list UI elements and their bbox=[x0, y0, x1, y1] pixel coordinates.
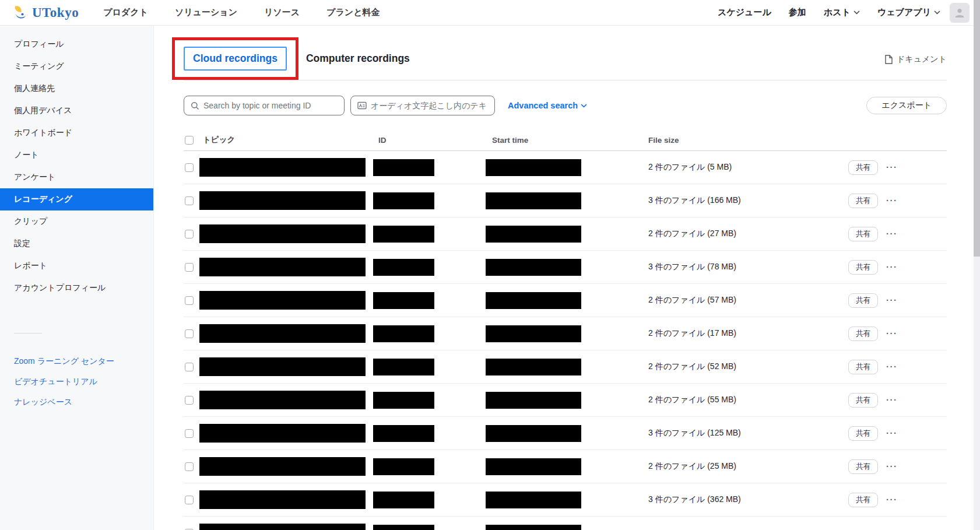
topnav-item[interactable]: スケジュール bbox=[718, 7, 771, 18]
redacted-start-time bbox=[486, 292, 581, 309]
more-options-button[interactable]: ··· bbox=[886, 164, 898, 170]
scrollbar-thumb[interactable] bbox=[974, 0, 980, 257]
topnav-item[interactable]: ウェブアプリ bbox=[877, 7, 940, 18]
redacted-start-time bbox=[486, 392, 581, 409]
sidebar-item[interactable]: クリップ bbox=[0, 210, 153, 233]
more-options-button[interactable]: ··· bbox=[886, 430, 898, 436]
file-size: 2 件のファイル (52 MB) bbox=[648, 361, 840, 372]
sidebar-item[interactable]: プロフィール bbox=[0, 33, 153, 55]
row-actions: 共有··· bbox=[840, 260, 947, 275]
share-button[interactable]: 共有 bbox=[848, 493, 878, 507]
document-link[interactable]: ドキュメント bbox=[885, 54, 947, 65]
more-options-button[interactable]: ··· bbox=[886, 464, 898, 469]
file-size: 2 件のファイル (25 MB) bbox=[648, 461, 840, 472]
topic-cell bbox=[199, 291, 373, 310]
redacted-start-time bbox=[486, 359, 581, 375]
share-button[interactable]: 共有 bbox=[848, 393, 878, 408]
advanced-search-link[interactable]: Advanced search bbox=[508, 101, 587, 110]
more-options-button[interactable]: ··· bbox=[886, 331, 898, 336]
tabs-divider bbox=[184, 80, 947, 80]
row-checkbox[interactable] bbox=[185, 263, 194, 272]
share-button[interactable]: 共有 bbox=[848, 194, 878, 208]
topic-search-input[interactable] bbox=[203, 101, 335, 110]
utokyo-logo[interactable]: UTokyo bbox=[13, 5, 79, 20]
transcript-search-input[interactable] bbox=[371, 101, 486, 110]
share-button[interactable]: 共有 bbox=[848, 360, 878, 374]
share-button[interactable]: 共有 bbox=[848, 327, 878, 341]
redacted-start-time bbox=[486, 458, 581, 475]
row-checkbox[interactable] bbox=[185, 296, 194, 305]
user-avatar[interactable] bbox=[950, 3, 970, 23]
tab-cloud-recordings[interactable]: Cloud recordings bbox=[184, 47, 287, 71]
sidebar-item[interactable]: 個人用デバイス bbox=[0, 100, 153, 122]
table-header-row: トピック ID Start time File size bbox=[184, 129, 947, 151]
topic-cell bbox=[199, 391, 373, 409]
sidebar-item[interactable]: アカウントプロフィール bbox=[0, 277, 153, 299]
more-options-button[interactable]: ··· bbox=[886, 364, 898, 370]
sidebar-link[interactable]: ナレッジベース bbox=[0, 392, 153, 412]
topnav-item[interactable]: プランと料金 bbox=[326, 7, 380, 18]
redacted-topic bbox=[199, 424, 366, 443]
share-button[interactable]: 共有 bbox=[848, 160, 878, 175]
select-all-checkbox[interactable] bbox=[185, 136, 194, 145]
row-checkbox[interactable] bbox=[185, 462, 194, 471]
redacted-topic bbox=[199, 158, 366, 177]
sidebar-item[interactable]: レポート bbox=[0, 255, 153, 277]
more-options-button[interactable]: ··· bbox=[886, 264, 898, 270]
row-actions: 共有··· bbox=[840, 160, 947, 175]
row-checkbox[interactable] bbox=[185, 396, 194, 405]
more-options-button[interactable]: ··· bbox=[886, 198, 898, 203]
more-options-button[interactable]: ··· bbox=[886, 231, 898, 237]
redacted-topic bbox=[199, 524, 366, 530]
redacted-topic bbox=[199, 291, 366, 310]
sidebar-item[interactable]: 設定 bbox=[0, 233, 153, 255]
redacted-meeting-id bbox=[373, 458, 434, 475]
more-options-button[interactable]: ··· bbox=[886, 297, 898, 303]
row-checkbox[interactable] bbox=[185, 329, 194, 338]
share-button[interactable]: 共有 bbox=[848, 260, 878, 275]
sidebar-item[interactable]: アンケート bbox=[0, 166, 153, 188]
sidebar-link[interactable]: Zoom ラーニング センター bbox=[0, 351, 153, 371]
redacted-start-time bbox=[486, 525, 581, 530]
sidebar-item[interactable]: レコーディング bbox=[0, 188, 153, 210]
sidebar-item[interactable]: ノート bbox=[0, 144, 153, 166]
scrollbar-track[interactable] bbox=[974, 0, 980, 530]
row-checkbox[interactable] bbox=[185, 429, 194, 438]
share-button[interactable]: 共有 bbox=[848, 459, 878, 474]
sidebar-item[interactable]: ホワイトボード bbox=[0, 122, 153, 144]
more-options-button[interactable]: ··· bbox=[886, 397, 898, 403]
row-checkbox[interactable] bbox=[185, 196, 194, 205]
redacted-topic bbox=[199, 457, 366, 476]
more-options-button[interactable]: ··· bbox=[886, 497, 898, 503]
start-time-cell bbox=[486, 425, 648, 442]
row-actions: 共有··· bbox=[840, 360, 947, 374]
sidebar-item[interactable]: ミーティング bbox=[0, 55, 153, 78]
sidebar-link[interactable]: ビデオチュートリアル bbox=[0, 371, 153, 392]
topnav-item[interactable]: ソリューション bbox=[175, 7, 237, 18]
redacted-start-time bbox=[486, 192, 581, 209]
topnav-item[interactable]: ホスト bbox=[824, 7, 860, 18]
row-checkbox[interactable] bbox=[185, 230, 194, 238]
sidebar-item[interactable]: 個人連絡先 bbox=[0, 78, 153, 100]
topnav-item[interactable]: 参加 bbox=[789, 7, 806, 18]
share-button[interactable]: 共有 bbox=[848, 293, 878, 308]
row-actions: 共有··· bbox=[840, 227, 947, 241]
topnav-item[interactable]: プロダクト bbox=[103, 7, 148, 18]
topnav-left-menu: プロダクトソリューションリソースプランと料金 bbox=[103, 7, 380, 18]
redacted-meeting-id bbox=[373, 159, 434, 176]
topnav-right-menu: スケジュール参加ホストウェブアプリ bbox=[718, 7, 940, 18]
recording-row bbox=[184, 517, 947, 530]
recording-row: 2 件のファイル (27 MB)共有··· bbox=[184, 217, 947, 251]
redacted-meeting-id bbox=[373, 259, 434, 276]
row-checkbox[interactable] bbox=[185, 363, 194, 371]
share-button[interactable]: 共有 bbox=[848, 426, 878, 441]
recording-row: 2 件のファイル (5 MB)共有··· bbox=[184, 151, 947, 184]
share-button[interactable]: 共有 bbox=[848, 227, 878, 241]
topnav-item[interactable]: リソース bbox=[264, 7, 300, 18]
topic-search-box bbox=[184, 96, 345, 115]
tab-computer-recordings[interactable]: Computer recordings bbox=[306, 52, 410, 65]
export-button[interactable]: エクスポート bbox=[866, 97, 947, 114]
row-checkbox[interactable] bbox=[185, 496, 194, 504]
search-icon bbox=[191, 101, 199, 110]
row-checkbox[interactable] bbox=[185, 163, 194, 172]
